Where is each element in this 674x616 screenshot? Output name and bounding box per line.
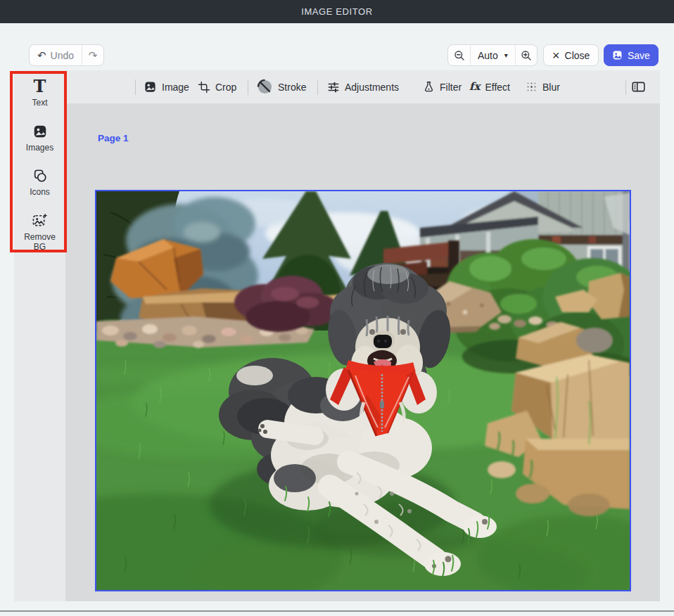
app-title: IMAGE EDITOR: [301, 6, 373, 17]
tool-label: Effect: [485, 82, 510, 93]
app-header: IMAGE EDITOR: [0, 0, 674, 23]
tool-label: Blur: [542, 82, 560, 93]
sidebar-item-label: Text: [32, 98, 47, 108]
sidebar-item-icons[interactable]: Icons: [14, 168, 65, 197]
image-editor-window: IMAGE EDITOR ↶ Undo ↷ Auto ▾ × Close Sav…: [0, 0, 674, 616]
zoom-level-value: Auto: [478, 50, 498, 61]
zoom-out-icon: [454, 50, 465, 61]
tool-image[interactable]: Image: [144, 70, 189, 103]
photo-object[interactable]: [95, 190, 631, 591]
tool-label: Stroke: [278, 82, 306, 93]
fx-icon: fx: [469, 82, 480, 92]
zoom-controls: Auto ▾: [447, 44, 538, 66]
sidebar-item-label: Images: [26, 143, 53, 153]
editor-canvas[interactable]: Page 1: [65, 103, 660, 601]
zoom-in-icon: [521, 50, 532, 61]
tool-effect[interactable]: fx Effect: [469, 70, 510, 103]
sidebar-item-label: Icons: [30, 187, 50, 197]
photo-scene: [96, 191, 630, 590]
editor-region: T Text Images Icons RemoveBG Image: [14, 70, 660, 601]
sidebar-item-remove-bg[interactable]: RemoveBG: [14, 212, 65, 252]
side-panel-icon: [631, 79, 646, 94]
redo-button[interactable]: ↷: [82, 45, 103, 65]
zoom-in-button[interactable]: [515, 45, 537, 65]
tool-stroke[interactable]: Stroke: [257, 70, 306, 103]
sidebar-item-label: RemoveBG: [24, 232, 56, 252]
tool-label: Image: [162, 82, 189, 93]
edit-tools-bar: Image Crop Stroke Adjustments Filter: [65, 70, 660, 103]
undo-label: Undo: [51, 50, 74, 61]
close-label: Close: [565, 50, 590, 61]
images-icon: [32, 124, 48, 139]
text-icon: T: [34, 79, 46, 94]
save-label: Save: [628, 50, 650, 61]
chevron-down-icon: ▾: [504, 51, 508, 59]
zoom-level-dropdown[interactable]: Auto ▾: [470, 45, 515, 65]
icons-icon: [32, 168, 48, 184]
toolbar-divider: [248, 79, 248, 95]
tool-label: Adjustments: [345, 82, 399, 93]
undo-icon: ↶: [37, 50, 46, 60]
undo-button[interactable]: ↶ Undo: [30, 45, 82, 65]
tool-adjustments[interactable]: Adjustments: [327, 70, 399, 103]
zoom-out-button[interactable]: [448, 45, 470, 65]
crop-icon: [198, 81, 210, 94]
image-icon: [144, 80, 157, 94]
stroke-none-icon: [257, 79, 273, 95]
toolbar-divider: [625, 79, 626, 95]
redo-icon: ↷: [89, 50, 98, 60]
save-image-icon: [612, 50, 623, 60]
tool-label: Crop: [215, 82, 236, 93]
tool-label: Filter: [440, 82, 462, 93]
window-bottom-edge: [0, 610, 674, 612]
tool-crop[interactable]: Crop: [198, 70, 236, 103]
blur-dots-icon: [526, 81, 538, 93]
sidebar-item-images[interactable]: Images: [14, 124, 65, 153]
toolbar-divider: [317, 79, 318, 95]
toolbar-divider: [135, 79, 136, 95]
close-button[interactable]: × Close: [543, 44, 599, 66]
flask-icon: [423, 81, 435, 93]
sidebar-item-text[interactable]: T Text: [14, 79, 65, 108]
left-tool-panel: T Text Images Icons RemoveBG: [14, 70, 65, 601]
panel-toggle-button[interactable]: [631, 70, 646, 103]
remove-bg-icon: [32, 212, 48, 229]
close-x-icon: ×: [552, 49, 560, 62]
undo-redo-group: ↶ Undo ↷: [29, 44, 104, 66]
page-label[interactable]: Page 1: [98, 133, 129, 143]
sliders-icon: [327, 81, 340, 94]
save-button[interactable]: Save: [604, 44, 659, 66]
tool-filter[interactable]: Filter: [423, 70, 462, 103]
tool-blur[interactable]: Blur: [526, 70, 560, 103]
